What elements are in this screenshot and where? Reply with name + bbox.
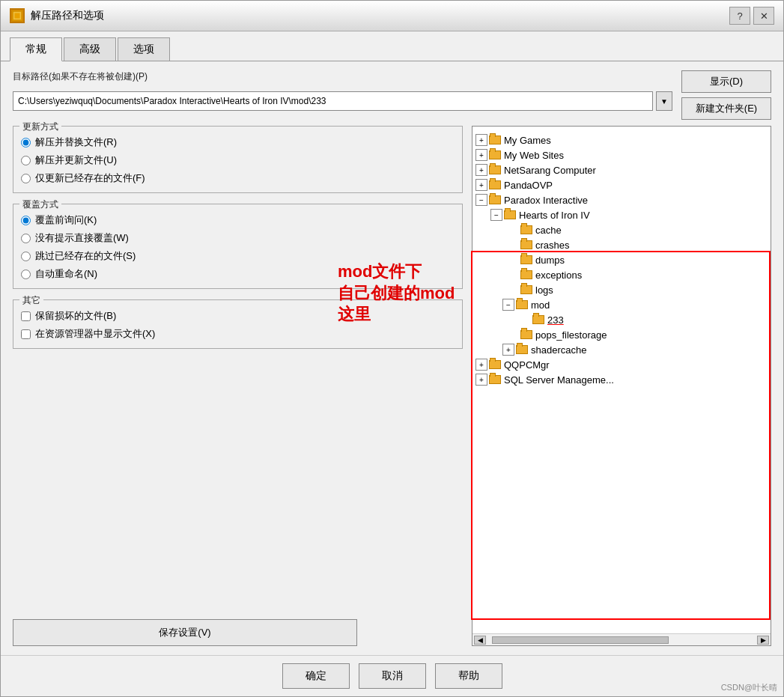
expander-pandaovp[interactable]: + xyxy=(475,179,487,191)
expander-shadercache[interactable]: + xyxy=(502,344,514,356)
tree-item-my-web-sites[interactable]: + My Web Sites xyxy=(475,147,768,162)
overwrite-option-2[interactable]: 跳过已经存在的文件(S) xyxy=(21,249,455,263)
dialog-body: 目标路径(如果不存在将被创建)(P) ▼ 显示(D) 新建文件夹(E) 更新方式 xyxy=(1,61,783,655)
watermark: CSDN@叶长晴 xyxy=(721,682,777,693)
hscroll-left[interactable]: ◀ xyxy=(474,636,486,645)
tab-general[interactable]: 常规 xyxy=(10,37,62,61)
tree-item-exceptions[interactable]: exceptions xyxy=(475,267,768,282)
spacer-crashes xyxy=(508,239,520,251)
hscroll-thumb[interactable] xyxy=(492,636,669,644)
misc-group: 其它 保留损坏的文件(B) 在资源管理器中显示文件(X) xyxy=(13,299,463,349)
expander-mod[interactable]: − xyxy=(502,299,514,311)
help-footer-button[interactable]: 帮助 xyxy=(435,663,502,689)
spacer-233 xyxy=(520,314,532,326)
folder-icon-sql xyxy=(489,375,501,384)
spacer-logs xyxy=(508,284,520,296)
overwrite-option-0[interactable]: 覆盖前询问(K) xyxy=(21,213,455,227)
tree-item-cache[interactable]: cache xyxy=(475,222,768,237)
tree-item-my-games[interactable]: + My Games xyxy=(475,133,768,147)
expander-netsarang[interactable]: + xyxy=(475,164,487,176)
tree-item-paradox[interactable]: − Paradox Interactive xyxy=(475,192,768,207)
tree-label-netsarang: NetSarang Computer xyxy=(504,165,596,176)
tree-item-pops[interactable]: pops_filestorage xyxy=(475,327,768,342)
expander-my-web-sites[interactable]: + xyxy=(475,149,487,161)
overwrite-radio-1[interactable] xyxy=(21,234,31,243)
tab-advanced[interactable]: 高级 xyxy=(64,37,116,61)
show-button[interactable]: 显示(D) xyxy=(681,70,771,93)
tab-options[interactable]: 选项 xyxy=(118,37,170,61)
tree-item-logs[interactable]: logs xyxy=(475,282,768,297)
expander-paradox[interactable]: − xyxy=(475,194,487,206)
help-button[interactable]: ? xyxy=(729,7,750,25)
overwrite-radio-2[interactable] xyxy=(21,252,31,261)
tree-item-qqpcmgr[interactable]: + QQPCMgr xyxy=(475,357,768,372)
folder-icon-crashes xyxy=(520,240,532,249)
cancel-button[interactable]: 取消 xyxy=(359,663,426,689)
overwrite-mode-options: 覆盖前询问(K) 没有提示直接覆盖(W) 跳过已经存在的文件(S) 自 xyxy=(21,213,455,281)
expander-sql[interactable]: + xyxy=(475,374,487,386)
expander-hoi4[interactable]: − xyxy=(490,209,502,221)
folder-icon-my-web-sites xyxy=(489,150,501,159)
path-input[interactable] xyxy=(13,91,653,111)
new-folder-button[interactable]: 新建文件夹(E) xyxy=(681,97,771,120)
tree-item-hoi4[interactable]: − Hearts of Iron IV xyxy=(475,207,768,222)
update-option-1[interactable]: 解压并更新文件(U) xyxy=(21,153,455,167)
path-dropdown-arrow[interactable]: ▼ xyxy=(656,91,672,111)
title-bar-left: 解压路径和选项 xyxy=(10,8,104,23)
spacer-cache xyxy=(508,224,520,236)
overwrite-option-3[interactable]: 自动重命名(N) xyxy=(21,267,455,281)
tree-item-mod[interactable]: − mod xyxy=(475,297,768,312)
tree-label-pops: pops_filestorage xyxy=(535,329,607,341)
update-radio-1[interactable] xyxy=(21,156,31,165)
tree-hscroll[interactable]: ◀ ▶ xyxy=(472,633,771,645)
dialog-title: 解压路径和选项 xyxy=(31,9,104,22)
update-radio-0[interactable] xyxy=(21,138,31,147)
tree-label-logs: logs xyxy=(535,284,553,296)
tree-container: + My Games + My Web Sites + xyxy=(472,130,771,390)
tree-item-233[interactable]: 233 xyxy=(475,312,768,327)
folder-icon-my-games xyxy=(489,136,501,144)
update-option-2[interactable]: 仅更新已经存在的文件(F) xyxy=(21,171,455,185)
tree-item-sql[interactable]: + SQL Server Manageme... xyxy=(475,372,768,387)
folder-icon-233 xyxy=(532,315,544,324)
action-buttons: 显示(D) 新建文件夹(E) xyxy=(681,70,771,120)
folder-icon-cache xyxy=(520,225,532,234)
folder-icon-netsarang xyxy=(489,165,501,174)
folder-icon-logs xyxy=(520,285,532,294)
tree-label-dumps: dumps xyxy=(535,255,565,266)
overwrite-mode-group: 覆盖方式 覆盖前询问(K) 没有提示直接覆盖(W) 跳过已经存在的文件(S xyxy=(13,204,463,289)
tree-label-shadercache: shadercache xyxy=(531,344,586,356)
tree-label-pandaovp: PandaOVP xyxy=(504,180,553,191)
ok-button[interactable]: 确定 xyxy=(282,663,350,689)
save-button[interactable]: 保存设置(V) xyxy=(13,619,357,646)
misc-option-0[interactable]: 保留损坏的文件(B) xyxy=(21,309,455,323)
misc-checkbox-0[interactable] xyxy=(21,311,31,321)
tree-label-233: 233 xyxy=(547,314,564,326)
tree-scroll[interactable]: + My Games + My Web Sites + xyxy=(472,127,771,633)
top-section: 目标路径(如果不存在将被创建)(P) ▼ 显示(D) 新建文件夹(E) xyxy=(13,70,771,120)
misc-options: 保留损坏的文件(B) 在资源管理器中显示文件(X) xyxy=(21,309,455,341)
misc-checkbox-1[interactable] xyxy=(21,329,31,339)
tree-label-exceptions: exceptions xyxy=(535,270,582,281)
close-button[interactable]: ✕ xyxy=(753,7,774,25)
dialog-footer: 确定 取消 帮助 xyxy=(1,655,783,696)
folder-icon-exceptions xyxy=(520,270,532,279)
tree-label-paradox: Paradox Interactive xyxy=(504,195,588,206)
misc-option-1[interactable]: 在资源管理器中显示文件(X) xyxy=(21,327,455,341)
tree-label-mod: mod xyxy=(531,299,550,311)
tree-item-shadercache[interactable]: + shadercache xyxy=(475,342,768,357)
overwrite-radio-0[interactable] xyxy=(21,216,31,225)
expander-my-games[interactable]: + xyxy=(475,134,487,146)
update-radio-2[interactable] xyxy=(21,174,31,183)
overwrite-option-1[interactable]: 没有提示直接覆盖(W) xyxy=(21,231,455,245)
tree-item-netsarang[interactable]: + NetSarang Computer xyxy=(475,162,768,177)
update-option-0[interactable]: 解压并替换文件(R) xyxy=(21,136,455,149)
update-mode-options: 解压并替换文件(R) 解压并更新文件(U) 仅更新已经存在的文件(F) xyxy=(21,136,455,185)
expander-qqpcmgr[interactable]: + xyxy=(475,359,487,371)
update-mode-title: 更新方式 xyxy=(19,121,61,133)
tree-item-pandaovp[interactable]: + PandaOVP xyxy=(475,177,768,192)
hscroll-right[interactable]: ▶ xyxy=(757,636,769,645)
tree-item-crashes[interactable]: crashes xyxy=(475,237,768,252)
overwrite-radio-3[interactable] xyxy=(21,270,31,279)
tree-item-dumps[interactable]: dumps xyxy=(475,252,768,267)
